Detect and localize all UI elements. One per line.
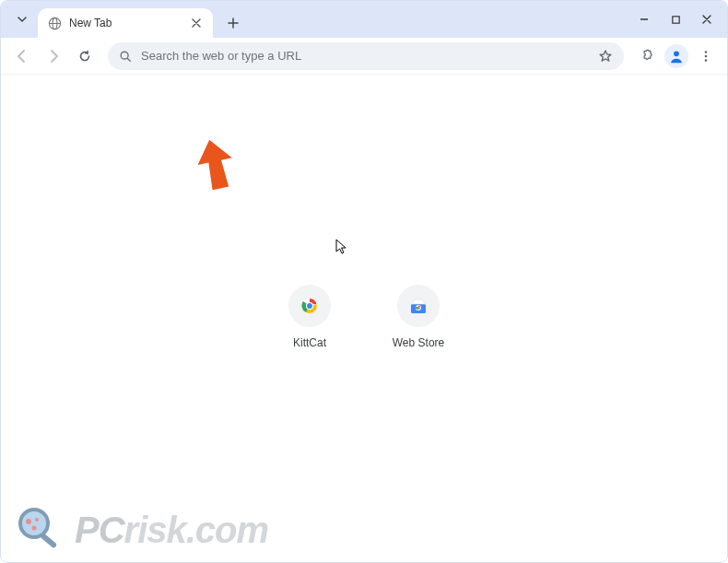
reload-button[interactable] xyxy=(71,42,99,70)
shortcut-grid: KittCat Web Store xyxy=(273,285,455,349)
chrome-icon xyxy=(300,297,319,315)
chrome-webstore-icon xyxy=(409,297,428,315)
shortcut-label: KittCat xyxy=(293,336,326,349)
svg-point-16 xyxy=(417,307,419,309)
close-icon xyxy=(192,18,201,28)
titlebar: New Tab xyxy=(1,1,727,38)
shortcut-webstore[interactable]: Web Store xyxy=(382,285,455,349)
arrow-left-icon xyxy=(15,49,29,64)
minimize-icon xyxy=(639,14,650,25)
mouse-cursor-icon xyxy=(335,239,348,255)
arrow-right-icon xyxy=(46,49,61,64)
search-icon xyxy=(119,50,132,63)
forward-button[interactable] xyxy=(40,42,67,70)
svg-point-7 xyxy=(674,51,679,56)
shortcut-circle xyxy=(288,285,331,327)
globe-icon xyxy=(47,16,62,30)
toolbar xyxy=(1,38,727,75)
chevron-down-icon xyxy=(17,14,28,25)
tab-search-button[interactable] xyxy=(12,9,32,29)
tab-close-button[interactable] xyxy=(189,16,204,30)
profile-icon xyxy=(668,48,685,65)
minimize-button[interactable] xyxy=(631,6,657,32)
new-tab-button[interactable] xyxy=(220,10,246,36)
address-bar[interactable] xyxy=(108,42,624,70)
shortcut-label: Web Store xyxy=(393,336,444,349)
kebab-icon xyxy=(699,50,712,63)
bookmark-star-icon[interactable] xyxy=(598,49,613,64)
window-controls xyxy=(631,1,720,38)
svg-point-8 xyxy=(705,51,708,53)
maximize-icon xyxy=(671,15,681,25)
shortcut-kittcat[interactable]: KittCat xyxy=(273,285,346,349)
plus-icon xyxy=(228,18,239,29)
extensions-button[interactable] xyxy=(633,42,661,70)
svg-rect-4 xyxy=(672,16,678,22)
shortcut-circle xyxy=(397,285,440,327)
profile-button[interactable] xyxy=(664,44,688,68)
close-icon xyxy=(701,14,712,25)
menu-button[interactable] xyxy=(692,42,720,70)
maximize-button[interactable] xyxy=(663,6,688,32)
address-input[interactable] xyxy=(141,49,589,63)
tab-title: New Tab xyxy=(69,17,112,29)
reload-icon xyxy=(77,49,92,64)
new-tab-page: KittCat Web Store xyxy=(1,75,727,562)
close-window-button[interactable] xyxy=(694,6,720,32)
svg-point-10 xyxy=(705,59,708,62)
puzzle-icon xyxy=(640,48,655,64)
back-button[interactable] xyxy=(8,42,36,70)
svg-point-9 xyxy=(705,54,708,57)
svg-line-6 xyxy=(127,58,130,61)
annotation-arrow-icon xyxy=(193,137,239,193)
browser-tab[interactable]: New Tab xyxy=(38,8,213,38)
